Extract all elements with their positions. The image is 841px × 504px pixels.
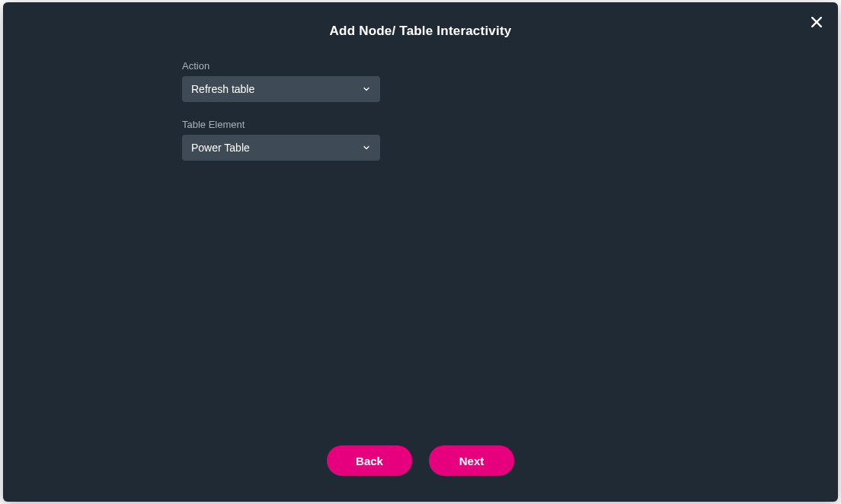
modal-title: Add Node/ Table Interactivity xyxy=(18,24,823,39)
modal-footer: Back Next xyxy=(3,432,838,502)
next-button[interactable]: Next xyxy=(429,445,514,476)
action-label: Action xyxy=(182,60,823,72)
back-button[interactable]: Back xyxy=(327,445,412,476)
table-element-select-value: Power Table xyxy=(182,135,380,161)
close-button[interactable] xyxy=(806,13,827,34)
form-group-action: Action Refresh table xyxy=(182,60,823,102)
modal-body: Action Refresh table Table Element Power… xyxy=(3,53,838,432)
modal-header: Add Node/ Table Interactivity xyxy=(3,2,838,53)
modal-dialog: Add Node/ Table Interactivity Action Ref… xyxy=(3,2,838,502)
table-element-label: Table Element xyxy=(182,119,823,130)
table-element-select[interactable]: Power Table xyxy=(182,135,380,161)
action-select[interactable]: Refresh table xyxy=(182,76,380,102)
close-icon xyxy=(809,14,824,33)
action-select-value: Refresh table xyxy=(182,76,380,102)
form-group-table-element: Table Element Power Table xyxy=(182,119,823,161)
